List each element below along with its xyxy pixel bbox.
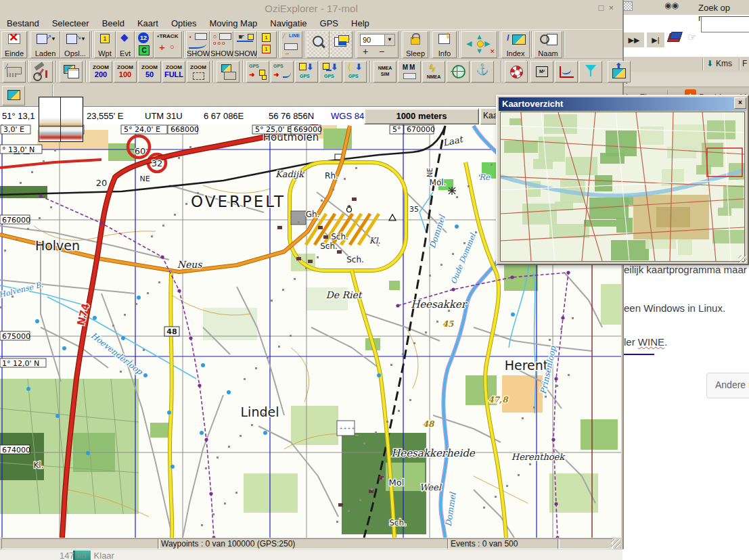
map-patch — [244, 473, 298, 513]
grid-label-left: 674000 — [2, 446, 30, 454]
map-label: Laat — [442, 134, 465, 148]
zoom-dropdown-icon[interactable]: ▼ — [384, 34, 395, 46]
compass-line-icon — [457, 65, 457, 78]
menu-selecteer[interactable]: Selecteer — [52, 18, 89, 28]
pan-control[interactable]: ▲▼◀▶✕ — [461, 31, 497, 58]
dropdown-arrow-icon: ▼ — [51, 36, 56, 42]
title-bar[interactable]: OziExplorer - 17-mol □× — [0, 0, 622, 17]
show-waypoints-button[interactable]: ○oooSHOW — [210, 31, 233, 58]
sleep-button[interactable]: Sleep — [403, 31, 428, 58]
event-button[interactable]: Evt◆ — [116, 31, 135, 58]
anchor-button[interactable]: ⚓ — [471, 61, 494, 83]
zoom-200-button[interactable]: ZOOM200 — [89, 61, 112, 83]
zoom-full-label: ZOOM — [163, 64, 185, 70]
map-label: Rh. — [325, 171, 338, 181]
moving-map-button[interactable]: MM — [398, 61, 421, 83]
longitude-value: 23,555' E — [87, 111, 124, 121]
save-button[interactable]: Opsl...↘▼ — [60, 31, 90, 58]
zoom-window-button[interactable]: ZOOM — [187, 61, 210, 83]
menu-beeld[interactable]: Beeld — [102, 18, 124, 28]
wpt-from-gps-button[interactable]: ⬇GPS — [295, 61, 318, 83]
maximize-icon[interactable]: □ — [599, 3, 609, 13]
waypoint-button[interactable]: Wpt1 — [94, 31, 116, 58]
search-by-name-input[interactable] — [701, 16, 749, 32]
map-patch — [291, 406, 338, 445]
waypoint-size-button[interactable]: 11 — [257, 31, 277, 58]
menu-opties[interactable]: Opties — [171, 18, 197, 28]
map-list-button[interactable] — [60, 61, 83, 83]
red-x-icon: ✕ — [6, 32, 21, 44]
map-upload-button[interactable]: ⬆ — [608, 61, 631, 83]
window-resize-grip[interactable] — [611, 539, 620, 548]
load-button[interactable]: Laden↗▼ — [30, 31, 60, 58]
kaartoverzicht-title-bar[interactable]: Kaartoverzicht — [499, 97, 747, 111]
show-route-button[interactable]: ☛SHOW — [233, 31, 257, 58]
compass-button[interactable] — [447, 61, 470, 83]
name-ruler-button[interactable]: ⁄ — [3, 61, 26, 83]
map-label: Holven — [35, 238, 80, 253]
menu-navigatie[interactable]: Navigatie — [270, 18, 307, 28]
map-label: N74 — [74, 302, 92, 327]
gps-send-wpt-button[interactable]: GPS➜ — [246, 61, 269, 83]
zoom-50-button[interactable]: ZOOM50 — [138, 61, 161, 83]
zoom-level-control[interactable]: 90▼+− — [357, 31, 399, 58]
plus-icon: + — [159, 41, 165, 53]
overview-map[interactable] — [500, 112, 745, 262]
window-controls[interactable]: □× — [599, 3, 618, 13]
zoom-value-field[interactable]: 90 — [360, 34, 386, 46]
andere-button[interactable]: Andere me — [706, 373, 749, 398]
show-track-button[interactable]: ▪SHOW — [186, 31, 210, 58]
menu-kaart[interactable]: Kaart — [137, 18, 158, 28]
menu-help[interactable]: Help — [351, 18, 369, 28]
help-buoy-button[interactable] — [505, 61, 528, 83]
kaartoverzicht-resize-grip[interactable] — [738, 255, 747, 263]
zoom-100-label: ZOOM — [114, 64, 136, 70]
lightning-icon: ϟ — [430, 62, 435, 74]
pan-right-icon[interactable]: ▶ — [484, 39, 490, 48]
pan-close-icon[interactable]: ✕ — [490, 48, 495, 55]
magnifier-toggle-button[interactable] — [307, 31, 330, 58]
map-feature — [203, 185, 271, 193]
map-image-button[interactable] — [2, 86, 25, 106]
pan-center-icon[interactable] — [477, 41, 484, 47]
pen-icon: ⁄ — [283, 32, 285, 40]
pan-left-icon[interactable]: ◀ — [466, 39, 472, 48]
pointing-hand-icon[interactable]: ☞ — [687, 31, 696, 43]
menu-gps[interactable]: GPS — [320, 18, 338, 28]
map-tools-button[interactable] — [30, 61, 53, 83]
info-button[interactable]: Info✎ — [432, 31, 457, 58]
track-control-button[interactable]: ▪TRACK+○ — [154, 31, 182, 58]
route-from-gps-button[interactable]: ⟨⬇GPS — [344, 61, 367, 83]
filter-button[interactable] — [579, 61, 602, 83]
book-icon[interactable] — [667, 31, 682, 43]
index-button[interactable]: IndexI — [501, 31, 530, 58]
line-ruler-button[interactable]: ⁄LINE↔ — [281, 31, 302, 58]
kaartoverzicht-close-icon[interactable]: × — [734, 97, 746, 109]
fast-forward-button[interactable]: ▶▶ — [624, 32, 644, 47]
menu-bestand[interactable]: Bestand — [7, 18, 39, 28]
profile-button[interactable] — [555, 61, 578, 83]
zoom-in-icon[interactable]: + — [363, 46, 368, 57]
track-from-gps-button[interactable]: ⬇GPS — [319, 61, 342, 83]
map-comment-button[interactable]: 12C — [135, 31, 154, 58]
map-view-toggle-button[interactable] — [330, 31, 353, 58]
menu-moving-map[interactable]: Moving Map — [210, 18, 258, 28]
nmea-button[interactable]: ϟNMEA — [422, 61, 445, 83]
last-item-button[interactable]: ▶| — [647, 32, 664, 47]
exit-button[interactable]: Einde✕ — [1, 31, 27, 58]
zoom-full-button[interactable]: ZOOMFULL — [162, 61, 185, 83]
zoom-out-icon[interactable]: − — [379, 46, 384, 57]
down-arrow-icon: ⬇ — [307, 62, 313, 72]
pan-up-icon[interactable]: ▲ — [476, 32, 483, 41]
column-header-f[interactable]: F — [742, 59, 747, 68]
name-search-button[interactable]: Naam — [534, 31, 562, 58]
print-map-button[interactable] — [217, 61, 240, 83]
column-header-kms[interactable]: Kms — [716, 59, 732, 68]
pan-down-icon[interactable]: ▼ — [476, 47, 483, 55]
map-label: Sch. — [346, 255, 364, 264]
nmea-sim-button[interactable]: NMEASIM — [373, 61, 396, 83]
gps-send-track-button[interactable]: GPS➜ — [271, 61, 294, 83]
m2-button[interactable]: M² — [530, 61, 553, 83]
zoom-100-button[interactable]: ZOOM100 — [114, 61, 137, 83]
close-icon[interactable]: × — [608, 3, 618, 13]
